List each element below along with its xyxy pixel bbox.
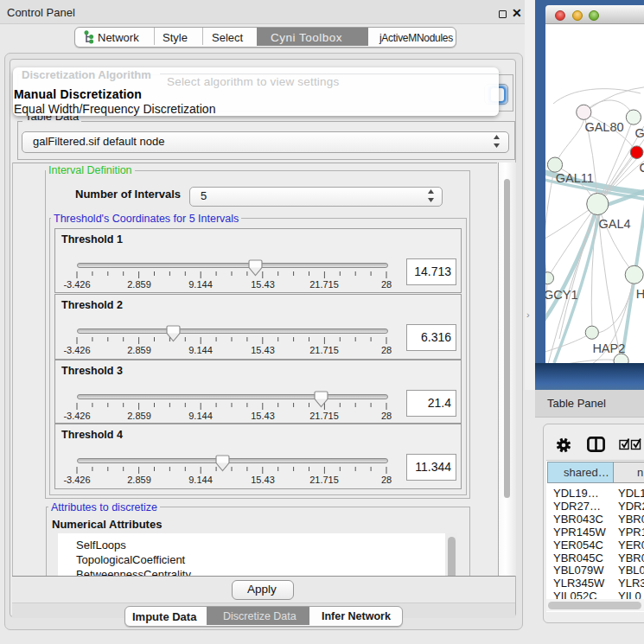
svg-text:GAL11: GAL11 — [556, 171, 594, 185]
svg-text:H: H — [636, 287, 644, 301]
svg-text:C: C — [640, 161, 644, 175]
svg-text:GAL80: GAL80 — [584, 120, 623, 134]
svg-text:GAL4: GAL4 — [599, 217, 631, 231]
svg-text:GCY1: GCY1 — [545, 288, 578, 302]
svg-text:HAP2: HAP2 — [592, 341, 625, 355]
svg-text:GA: GA — [635, 126, 644, 140]
